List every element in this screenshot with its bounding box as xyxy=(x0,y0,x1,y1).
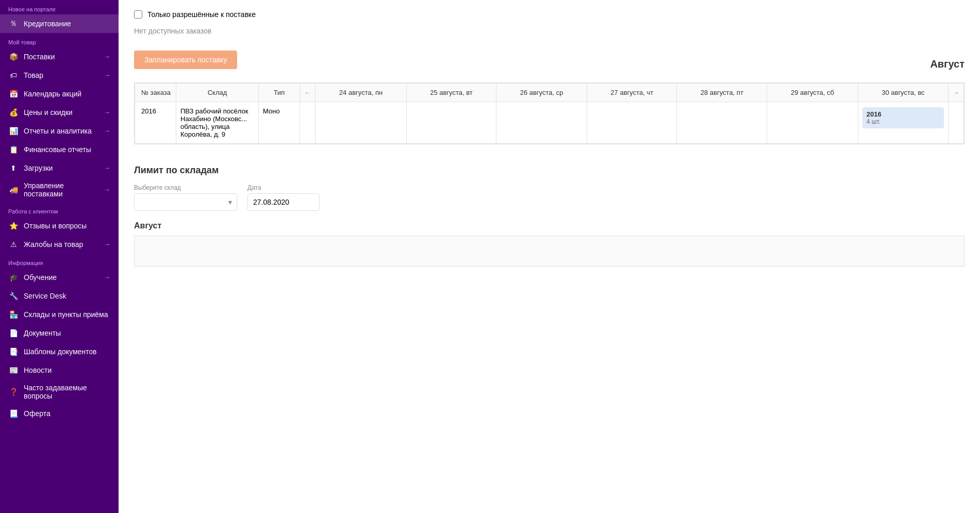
warehouse-field-label: Выберите склад xyxy=(134,184,237,191)
cell-nav-spacer xyxy=(300,102,315,144)
sidebar-item-otzyvy[interactable]: ⭐Отзывы и вопросы xyxy=(0,217,119,235)
sidebar-item-tovar[interactable]: 🏷Товар→ xyxy=(0,66,119,85)
sidebar-item-otchety[interactable]: 📊Отчеты и аналитика→ xyxy=(0,122,119,140)
sidebar-item-obuchenie[interactable]: 🎓Обучение→ xyxy=(0,268,119,287)
schedule-month-label: Август xyxy=(930,58,965,70)
sidebar-item-label: Поставки xyxy=(24,53,104,61)
sidebar-item-label: Новости xyxy=(24,366,110,374)
news-icon: 📰 xyxy=(8,365,19,375)
cell-aug30: 2016 4 шт. xyxy=(858,102,948,144)
sidebar-item-zagruzki[interactable]: ⬆Загрузки→ xyxy=(0,159,119,177)
col-header-aug29: 29 августа, сб xyxy=(767,84,858,102)
sidebar-item-finansovye[interactable]: 📋Финансовые отчеты xyxy=(0,140,119,159)
sidebar-item-novosti[interactable]: 📰Новости xyxy=(0,361,119,379)
chart-icon: 📊 xyxy=(8,126,19,136)
warehouse-field-group: Выберите склад ▾ xyxy=(134,184,237,211)
arrow-icon: → xyxy=(104,109,110,116)
calendar-icon: 📅 xyxy=(8,89,19,99)
arrow-icon: → xyxy=(104,127,110,135)
cell-aug27 xyxy=(587,102,677,144)
sidebar-item-oferta[interactable]: 📃Оферта xyxy=(0,404,119,423)
sidebar-item-zhaloby[interactable]: ⚠Жалобы на товар→ xyxy=(0,235,119,254)
sidebar-item-label: Обучение xyxy=(24,273,104,282)
cell-aug30-order: 2016 xyxy=(867,110,940,118)
sidebar-item-sklady[interactable]: 🏪Склады и пункты приёма xyxy=(0,305,119,324)
sidebar-item-dokumenty[interactable]: 📄Документы xyxy=(0,324,119,342)
arrow-icon: → xyxy=(104,274,110,281)
sidebar-item-upravlenie[interactable]: 🚚Управление поставками→ xyxy=(0,177,119,202)
cell-nav-spacer-right xyxy=(949,102,964,144)
doc-icon: 📋 xyxy=(8,144,19,155)
cell-aug29 xyxy=(767,102,858,144)
offer-icon: 📃 xyxy=(8,408,19,419)
sidebar-item-label: Склады и пункты приёма xyxy=(24,310,110,319)
col-header-aug24: 24 августа, пн xyxy=(315,84,407,102)
sidebar-section-label: Работа с клиентом xyxy=(0,202,119,217)
star-icon: ⭐ xyxy=(8,221,19,231)
sidebar-item-label: Оферта xyxy=(24,409,110,418)
allowed-only-checkbox[interactable] xyxy=(134,10,142,19)
sidebar-item-kreditovanie[interactable]: ％Кредитование xyxy=(0,14,119,33)
sidebar-item-label: Шаблоны документов xyxy=(24,347,110,356)
date-field-group: Дата xyxy=(247,184,320,211)
warn-icon: ⚠ xyxy=(8,239,19,250)
sidebar-item-label: Жалобы на товар xyxy=(24,240,104,249)
arrow-icon: → xyxy=(104,53,110,60)
filter-row: Только разрешённые к поставке xyxy=(134,10,965,19)
prev-week-button[interactable]: ← xyxy=(300,84,315,102)
cell-order-num: 2016 xyxy=(135,102,176,144)
date-input[interactable] xyxy=(247,193,320,211)
sidebar-item-label: Цены и скидки xyxy=(24,108,104,117)
table-header-row: № заказа Склад Тип ← 24 августа, пн xyxy=(135,84,964,102)
arrow-icon: → xyxy=(104,164,110,172)
table-row: 2016 ПВЗ рабочий посёлок Нахабино (Моско… xyxy=(135,102,964,144)
schedule-table-wrapper: № заказа Склад Тип ← 24 августа, пн xyxy=(134,82,965,144)
sidebar-item-postavki[interactable]: 📦Поставки→ xyxy=(0,47,119,66)
sidebar-item-tseny[interactable]: 💰Цены и скидки→ xyxy=(0,103,119,122)
warehouse-select-wrapper: ▾ xyxy=(134,193,237,211)
cell-type: Моно xyxy=(259,102,300,144)
warehouse-select[interactable] xyxy=(134,193,237,211)
allowed-only-label: Только разрешённые к поставке xyxy=(147,10,256,19)
col-header-aug27: 27 августа, чт xyxy=(587,84,677,102)
box-icon: 📦 xyxy=(8,52,19,62)
sidebar-section-label: Мой товар xyxy=(0,33,119,47)
main-content: Только разрешённые к поставке Нет доступ… xyxy=(119,0,980,513)
sidebar: Новое на портале％КредитованиеМой товар📦П… xyxy=(0,0,119,513)
filedoc-icon: 📄 xyxy=(8,328,19,338)
schedule-table: № заказа Склад Тип ← 24 августа, пн xyxy=(135,83,964,144)
sidebar-item-kalendar[interactable]: 📅Календарь акций xyxy=(0,85,119,103)
col-header-aug26: 26 августа, ср xyxy=(496,84,587,102)
limit-table-stub xyxy=(134,236,965,267)
faq-icon: ❓ xyxy=(8,387,19,397)
sidebar-item-label: Отзывы и вопросы xyxy=(24,222,110,230)
sidebar-item-label: Документы xyxy=(24,329,110,337)
cell-aug26 xyxy=(496,102,587,144)
sidebar-section-label: Информация xyxy=(0,254,119,268)
next-week-button[interactable]: → xyxy=(949,84,964,102)
wrench-icon: 🔧 xyxy=(8,291,19,301)
sidebar-item-shablony[interactable]: 📑Шаблоны документов xyxy=(0,342,119,361)
limit-sub-title: Август xyxy=(134,221,965,230)
arrow-icon: → xyxy=(104,72,110,79)
plan-delivery-button[interactable]: Запланировать поставку xyxy=(134,51,237,69)
col-header-aug25: 25 августа, вт xyxy=(406,84,496,102)
warehouse-icon: 🏪 xyxy=(8,309,19,320)
sidebar-item-servicedesk[interactable]: 🔧Service Desk xyxy=(0,287,119,305)
sidebar-item-faq[interactable]: ❓Часто задаваемые вопросы xyxy=(0,379,119,404)
sidebar-item-label: Финансовые отчеты xyxy=(24,145,110,154)
tag-icon: 🏷 xyxy=(8,70,19,80)
truck-icon: 🚚 xyxy=(8,185,19,195)
limit-section: Лимит по складам Выберите склад ▾ Дата А… xyxy=(134,165,965,267)
sidebar-item-label: Отчеты и аналитика xyxy=(24,127,104,135)
col-header-aug28: 28 августа, пт xyxy=(677,84,767,102)
arrow-icon: → xyxy=(104,241,110,248)
cell-warehouse: ПВЗ рабочий посёлок Нахабино (Московс...… xyxy=(176,102,259,144)
col-header-type: Тип xyxy=(259,84,300,102)
price-icon: 💰 xyxy=(8,107,19,118)
date-field-label: Дата xyxy=(247,184,320,191)
arrow-icon: → xyxy=(104,186,110,193)
learn-icon: 🎓 xyxy=(8,272,19,283)
sidebar-item-label: Загрузки xyxy=(24,164,104,172)
sidebar-item-label: Часто задаваемые вопросы xyxy=(24,384,110,400)
